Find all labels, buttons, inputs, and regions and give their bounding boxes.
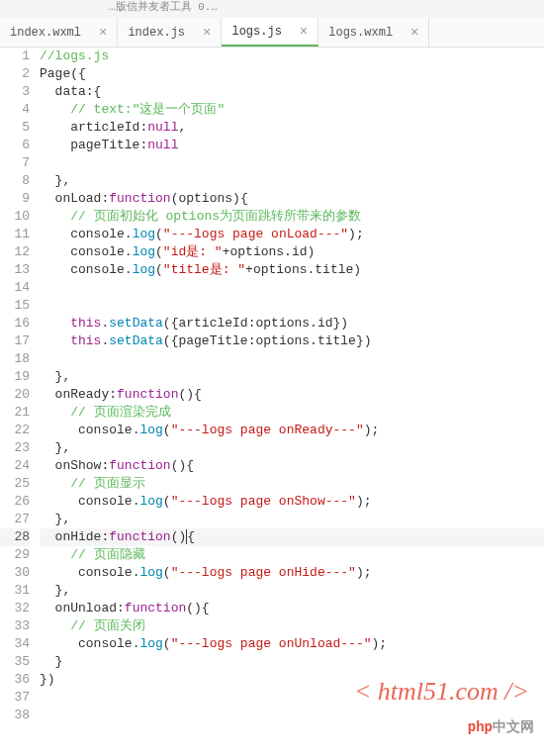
code-line[interactable]: }, [40, 439, 544, 457]
code-line[interactable]: this.setData({articleId:options.id}) [40, 315, 544, 332]
line-number: 34 [0, 635, 30, 653]
tab-index-js[interactable]: index.js× [118, 18, 222, 47]
tab-label: logs.wxml [328, 26, 393, 40]
code-line[interactable]: onReady:function(){ [40, 386, 544, 404]
line-number: 6 [0, 137, 30, 154]
line-number: 17 [0, 332, 30, 350]
code-line[interactable]: }, [40, 511, 544, 528]
line-number: 13 [0, 261, 30, 279]
code-line[interactable]: console.log("---logs page onLoad---"); [40, 226, 544, 243]
line-number: 33 [0, 617, 30, 635]
code-line[interactable] [40, 350, 544, 368]
line-number: 30 [0, 564, 30, 582]
code-area[interactable]: //logs.jsPage({ data:{ // text:"这是一个页面" … [40, 47, 544, 756]
line-number: 16 [0, 315, 30, 332]
tab-label: index.wxml [10, 26, 81, 40]
code-line[interactable]: // 页面渲染完成 [40, 404, 544, 422]
code-line[interactable]: onLoad:function(options){ [40, 190, 544, 208]
line-number: 7 [0, 154, 30, 172]
line-number: 35 [0, 653, 30, 671]
code-line[interactable]: // 页面隐藏 [40, 546, 544, 564]
code-line[interactable]: onUnload:function(){ [40, 600, 544, 617]
line-number: 26 [0, 493, 30, 511]
code-line[interactable]: onHide:function(){ [40, 528, 544, 546]
code-line[interactable]: } [40, 653, 544, 671]
line-number: 12 [0, 243, 30, 261]
code-line[interactable]: // 页面显示 [40, 475, 544, 493]
code-line[interactable]: console.log("---logs page onReady---"); [40, 422, 544, 439]
code-line[interactable]: this.setData({pageTitle:options.title}) [40, 332, 544, 350]
code-line[interactable]: console.log("---logs page onShow---"); [40, 493, 544, 511]
code-line[interactable]: // text:"这是一个页面" [40, 101, 544, 119]
close-icon[interactable]: × [203, 25, 211, 41]
code-line[interactable]: }, [40, 582, 544, 600]
line-number: 2 [0, 65, 30, 83]
line-number: 4 [0, 101, 30, 119]
code-line[interactable]: console.log("---logs page onUnload---"); [40, 635, 544, 653]
line-number: 32 [0, 600, 30, 617]
code-line[interactable] [40, 279, 544, 297]
code-line[interactable]: pageTitle:null [40, 137, 544, 154]
line-number: 25 [0, 475, 30, 493]
line-number: 20 [0, 386, 30, 404]
line-number: 24 [0, 457, 30, 475]
code-line[interactable]: //logs.js [40, 47, 544, 65]
line-number: 14 [0, 279, 30, 297]
code-line[interactable] [40, 154, 544, 172]
code-line[interactable]: onShow:function(){ [40, 457, 544, 475]
line-number: 8 [0, 172, 30, 190]
code-line[interactable]: // 页面关闭 [40, 617, 544, 635]
line-number: 27 [0, 511, 30, 528]
code-line[interactable]: console.log("---logs page onHide---"); [40, 564, 544, 582]
line-number: 11 [0, 226, 30, 243]
tab-label: index.js [128, 26, 185, 40]
line-number: 3 [0, 83, 30, 101]
close-icon[interactable]: × [410, 25, 418, 41]
line-number: 10 [0, 208, 30, 226]
line-number: 18 [0, 350, 30, 368]
line-number: 31 [0, 582, 30, 600]
line-number: 37 [0, 689, 30, 707]
line-number: 1 [0, 47, 30, 65]
tab-logs-wxml[interactable]: logs.wxml× [318, 18, 429, 47]
tab-index-wxml[interactable]: index.wxml× [0, 18, 118, 47]
line-number: 38 [0, 707, 30, 724]
code-line[interactable]: Page({ [40, 65, 544, 83]
code-editor[interactable]: 1234567891011121314151617181920212223242… [0, 47, 544, 756]
watermark-html51: < html51.com /> [354, 677, 529, 707]
editor-tabs: index.wxml×index.js×logs.js×logs.wxml× [0, 18, 544, 47]
code-line[interactable]: articleId:null, [40, 119, 544, 137]
close-icon[interactable]: × [99, 25, 107, 41]
line-number: 9 [0, 190, 30, 208]
code-line[interactable]: data:{ [40, 83, 544, 101]
line-number: 15 [0, 297, 30, 315]
line-number: 5 [0, 119, 30, 137]
line-number: 21 [0, 404, 30, 422]
line-number: 29 [0, 546, 30, 564]
tab-label: logs.js [231, 25, 281, 39]
line-number: 23 [0, 439, 30, 457]
code-line[interactable]: // 页面初始化 options为页面跳转所带来的参数 [40, 208, 544, 226]
line-number: 22 [0, 422, 30, 439]
line-number: 28 [0, 528, 30, 546]
code-line[interactable] [40, 297, 544, 315]
window-titlebar: …版信并友者工具 0.… [0, 0, 544, 18]
watermark-phpcn: php中文网 [468, 718, 534, 736]
tab-logs-js[interactable]: logs.js× [222, 18, 318, 47]
line-number: 36 [0, 671, 30, 689]
code-line[interactable]: console.log("title是: "+options.title) [40, 261, 544, 279]
code-line[interactable]: }, [40, 368, 544, 386]
code-line[interactable]: console.log("id是: "+options.id) [40, 243, 544, 261]
line-gutter: 1234567891011121314151617181920212223242… [0, 47, 40, 756]
close-icon[interactable]: × [300, 24, 308, 40]
code-line[interactable]: }, [40, 172, 544, 190]
line-number: 19 [0, 368, 30, 386]
